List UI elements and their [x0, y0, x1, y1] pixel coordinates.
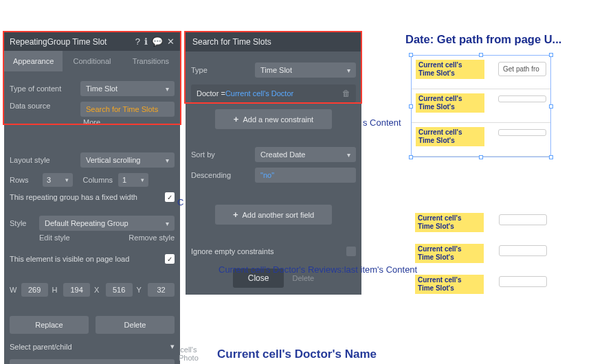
columns-input[interactable]: 1▾ [118, 173, 148, 187]
ignore-empty-checkbox[interactable] [346, 247, 356, 256]
style-select[interactable]: Default Repeating Group ▾ [39, 216, 175, 231]
chevron-down-icon: ▾ [347, 151, 350, 159]
constraint-value: Current cell's Doctor [225, 89, 293, 98]
y-input[interactable]: 32 [148, 283, 175, 297]
add-constraint-button[interactable]: + Add a new constraint [215, 109, 332, 129]
row-visible: This element is visible on page load ✓ [4, 251, 180, 266]
repeating-group-selected[interactable]: Current cell's Time Slot's Get path fro … [411, 55, 551, 157]
type-of-content-value: Time Slot [86, 84, 118, 93]
rg-cell: Current cell's Time Slot's [412, 89, 550, 123]
layout-style-select[interactable]: Vertical scrolling ▾ [80, 152, 175, 168]
search-panel: Search for Time Slots Type Time Slot ▾ D… [186, 32, 361, 295]
type-of-content-select[interactable]: Time Slot ▾ [80, 81, 175, 96]
empty-pill[interactable] [499, 276, 547, 287]
remove-style-link[interactable]: Remove style [128, 234, 175, 242]
rg-cell: Current cell's Time Slot's [412, 123, 550, 157]
w-input[interactable]: 269 [21, 283, 48, 297]
x-input[interactable]: 516 [106, 283, 133, 297]
resize-handle[interactable] [549, 104, 553, 109]
replace-button[interactable]: Replace [10, 316, 89, 334]
row-style: Style Default Repeating Group ▾ [4, 213, 180, 234]
chevron-down-icon: ▾ [166, 85, 169, 93]
repeating-group-2: Current cell's Time Slot's Current cell'… [411, 210, 551, 303]
h-input[interactable]: 194 [63, 283, 90, 297]
columns-label: Columns [78, 176, 113, 184]
info-icon[interactable]: ℹ [144, 36, 148, 47]
panel-header: RepeatingGroup Time Slot ? ℹ 💬 ✕ [4, 32, 180, 51]
row-data-source: Data source Search for Time Slots More..… [4, 99, 180, 129]
select-parent-label: Select parent/child [10, 343, 165, 351]
constraint-row[interactable]: Doctor = Current cell's Doctor 🗑 [191, 84, 356, 102]
empty-pill[interactable] [499, 245, 547, 256]
row-descending: Descending "no" [186, 165, 361, 185]
edit-style-link[interactable]: Edit style [39, 234, 70, 242]
resize-handle[interactable] [479, 53, 483, 57]
add-constraint-label: Add a new constraint [243, 115, 313, 124]
tabs: Appearance Conditional Transitions [4, 51, 180, 71]
row-sort-by: Sort by Created Date ▾ [186, 144, 361, 165]
add-sort-button[interactable]: + Add another sort field [215, 205, 332, 225]
descending-value[interactable]: "no" [255, 168, 356, 183]
chevron-down-icon: ▾ [347, 67, 350, 74]
comment-icon[interactable]: 💬 [152, 36, 163, 47]
empty-pill[interactable] [499, 214, 547, 225]
fixed-width-label: This repeating group has a fixed width [10, 193, 159, 201]
delete-button[interactable]: Delete [96, 316, 175, 334]
descending-label: Descending [191, 171, 249, 179]
resize-handle[interactable] [549, 53, 553, 57]
row-style-actions: Edit style Remove style [4, 234, 180, 244]
visible-checkbox[interactable]: ✓ [165, 254, 175, 264]
style-label: Style [10, 219, 34, 227]
row-reveal: Reveal in the Elements tree [4, 354, 180, 364]
reviews-text-partial: s Content [363, 117, 401, 128]
resize-handle[interactable] [479, 155, 483, 159]
search-delete-link[interactable]: Delete [292, 274, 314, 282]
trash-icon[interactable]: 🗑 [342, 89, 350, 98]
help-icon[interactable]: ? [135, 36, 140, 47]
chevron-down-icon: ▾ [141, 177, 144, 183]
timeslot-badge: Current cell's Time Slot's [416, 127, 484, 146]
fixed-width-checkbox[interactable]: ✓ [165, 192, 175, 202]
sort-by-select[interactable]: Created Date ▾ [255, 147, 356, 162]
resize-handle[interactable] [409, 53, 413, 57]
reviews-text-leading-c: C [177, 197, 183, 207]
chevron-down-icon[interactable]: ▾ [170, 342, 175, 351]
get-path-pill[interactable]: Get path fro [498, 62, 546, 76]
x-label: X [94, 286, 102, 294]
plus-icon: + [233, 209, 238, 220]
sort-by-value: Created Date [260, 150, 305, 159]
close-icon[interactable]: ✕ [167, 36, 175, 47]
row-type: Type Time Slot ▾ [186, 60, 361, 80]
resize-handle[interactable] [549, 155, 553, 159]
tab-transitions[interactable]: Transitions [122, 51, 180, 71]
reveal-button[interactable]: Reveal in the Elements tree [10, 359, 175, 364]
type-select[interactable]: Time Slot ▾ [255, 62, 356, 78]
canvas-area: Date: Get path from page U... Current ce… [364, 0, 604, 364]
y-label: Y [137, 286, 144, 294]
h-label: H [52, 286, 60, 294]
style-value: Default Repeating Group [45, 219, 128, 227]
chevron-down-icon: ▾ [65, 177, 69, 183]
chevron-down-icon: ▾ [166, 220, 169, 227]
type-label: Type [191, 66, 249, 74]
rg-cell: Current cell's Time Slot's [411, 241, 551, 272]
search-panel-title: Search for Time Slots [186, 32, 361, 52]
tab-appearance[interactable]: Appearance [4, 51, 63, 71]
layout-style-value: Vertical scrolling [86, 156, 140, 164]
chevron-down-icon: ▾ [166, 157, 169, 164]
rows-input[interactable]: 3▾ [43, 173, 73, 187]
data-source-more[interactable]: More... [80, 117, 175, 126]
data-source-select[interactable]: Search for Time Slots [80, 102, 175, 117]
plus-icon: + [234, 114, 239, 124]
tab-conditional[interactable]: Conditional [63, 51, 121, 71]
row-select-parent: Select parent/child ▾ [4, 339, 180, 354]
panel-title: RepeatingGroup Time Slot [10, 37, 107, 47]
empty-pill[interactable] [498, 95, 546, 102]
resize-handle[interactable] [409, 155, 413, 159]
resize-handle[interactable] [409, 104, 413, 109]
doctor-name-text: Current cell's Doctor's Name [217, 348, 377, 361]
reviews-text-full: Current cell's Doctor's Reviews:last ite… [219, 264, 417, 275]
constraint-field: Doctor = [197, 89, 225, 98]
timeslot-badge: Current cell's Time Slot's [416, 93, 484, 113]
empty-pill[interactable] [498, 129, 546, 136]
